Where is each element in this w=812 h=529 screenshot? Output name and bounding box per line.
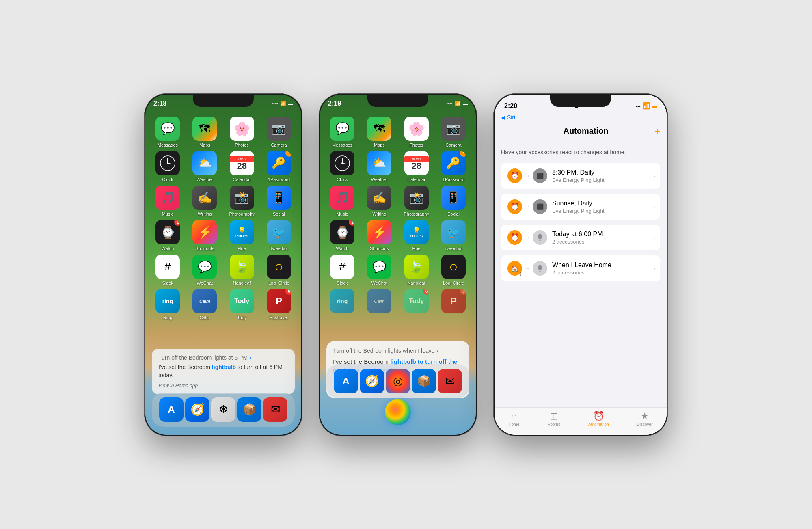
hue2-icon[interactable]: 💡 PHILIPS bbox=[404, 220, 429, 244]
app-nanoleaf[interactable]: 🍃 Nanoleaf bbox=[226, 255, 258, 286]
app-camera[interactable]: 📷 Camera bbox=[263, 117, 295, 148]
watch-icon[interactable]: ⌚ 1 bbox=[155, 220, 180, 244]
camera2-icon[interactable]: 📷 bbox=[441, 117, 466, 141]
app2-photos[interactable]: 🌸 Photos bbox=[401, 117, 432, 148]
siri-view-btn-1[interactable]: View in Home app bbox=[158, 383, 288, 389]
back-siri-btn[interactable]: ◀ Siri bbox=[501, 114, 660, 121]
carrot-dock-icon[interactable]: ❄ bbox=[211, 397, 235, 422]
maps-icon[interactable]: 🗺 bbox=[192, 117, 217, 141]
appstore2-dock-icon[interactable]: A bbox=[334, 369, 358, 393]
logicircle-icon[interactable]: ○ bbox=[267, 255, 291, 279]
tab-home[interactable]: ⌂ Home bbox=[509, 411, 520, 427]
app-logicircle[interactable]: ○ Logi Circle bbox=[263, 255, 295, 286]
writing-icon[interactable]: ✍ bbox=[192, 186, 217, 210]
app-calendar[interactable]: WED 28 Calendar bbox=[226, 151, 258, 182]
shortcuts2-icon[interactable]: ⚡ bbox=[367, 220, 391, 244]
automation-item-4[interactable]: 🏠 🚶 → When I Leave Home 2 accessories › bbox=[501, 255, 660, 281]
siri2-icon[interactable]: ◎ bbox=[386, 369, 410, 393]
automation-item-3[interactable]: ⏰ → Today at 6:00 PM 2 accessories › bbox=[501, 225, 660, 250]
app-writing[interactable]: ✍ Writing bbox=[189, 186, 220, 217]
app-hue[interactable]: 💡 PHILIPS Hue bbox=[226, 220, 258, 251]
ring-icon[interactable]: ring bbox=[155, 289, 180, 313]
safari2-dock-icon[interactable]: 🧭 bbox=[360, 369, 384, 393]
siri-suggestion-2[interactable]: Turn off the Bedroom lights when I leave… bbox=[333, 348, 463, 354]
automation-item-2[interactable]: ⏰ → ⬛ Sunrise, Daily Eve Energy Ping Lig… bbox=[501, 194, 660, 220]
dock-carrot[interactable]: ❄ bbox=[210, 397, 236, 422]
app2-ring[interactable]: ring bbox=[326, 289, 358, 313]
photos2-icon[interactable]: 🌸 bbox=[404, 117, 429, 141]
maps2-icon[interactable]: 🗺 bbox=[367, 117, 391, 141]
app-calm[interactable]: Calm Calm bbox=[189, 289, 220, 320]
app2-writing[interactable]: ✍ Writing bbox=[363, 186, 395, 217]
tab-automation[interactable]: ⏰ Automation bbox=[588, 411, 609, 427]
1password-icon[interactable]: 🔑 • bbox=[267, 151, 291, 175]
calm-icon[interactable]: Calm bbox=[192, 289, 217, 313]
wechat-icon[interactable]: 💬 bbox=[192, 255, 217, 279]
add-automation-btn[interactable]: + bbox=[654, 125, 660, 137]
app2-weather[interactable]: ⛅ Weather bbox=[363, 151, 395, 182]
dock-dropbox[interactable]: 📦 bbox=[236, 397, 262, 422]
dock2-siri[interactable]: ◎ bbox=[385, 369, 411, 393]
app2-shortcuts[interactable]: ⚡ Shortcuts bbox=[363, 220, 395, 251]
app-tweetbot[interactable]: 🐦 Tweetbot bbox=[263, 220, 295, 251]
app-photography[interactable]: 📸 Photography bbox=[226, 186, 258, 217]
tody2-icon[interactable]: Tody 6 bbox=[404, 289, 429, 313]
app-weather[interactable]: ⛅ Weather bbox=[189, 151, 220, 182]
app-wechat[interactable]: 💬 WeChat bbox=[189, 255, 220, 286]
calendar2-icon[interactable]: WED 28 bbox=[404, 151, 429, 175]
watch2-icon[interactable]: ⌚ 1 bbox=[330, 220, 354, 244]
tweetbot-icon[interactable]: 🐦 bbox=[267, 220, 291, 244]
photography-icon[interactable]: 📸 bbox=[230, 186, 254, 210]
writing2-icon[interactable]: ✍ bbox=[367, 186, 391, 210]
app-pushover[interactable]: P 6 Pushover bbox=[263, 289, 295, 320]
app2-messages[interactable]: 💬 Messages bbox=[326, 117, 358, 148]
app-watch[interactable]: ⌚ 1 Watch bbox=[152, 220, 184, 251]
weather2-icon[interactable]: ⛅ bbox=[367, 151, 391, 175]
app2-watch[interactable]: ⌚ 1 Watch bbox=[326, 220, 358, 251]
photos-icon[interactable]: 🌸 bbox=[230, 117, 254, 141]
app2-maps[interactable]: 🗺 Maps bbox=[363, 117, 395, 148]
app2-hue[interactable]: 💡 PHILIPS Hue bbox=[401, 220, 432, 251]
app-slack[interactable]: # Slack bbox=[152, 255, 184, 286]
music2-icon[interactable]: 🎵 bbox=[330, 186, 354, 210]
app-maps[interactable]: 🗺 Maps bbox=[189, 117, 220, 148]
app-music[interactable]: 🎵 Music bbox=[152, 186, 184, 217]
messages2-icon[interactable]: 💬 bbox=[330, 117, 354, 141]
ring2-icon[interactable]: ring bbox=[330, 289, 354, 313]
wechat2-icon[interactable]: 💬 bbox=[367, 255, 391, 279]
camera-icon[interactable]: 📷 bbox=[267, 117, 291, 141]
messages-icon[interactable]: 💬 bbox=[155, 117, 180, 141]
app2-tody[interactable]: Tody 6 bbox=[401, 289, 432, 313]
dock-appstore[interactable]: A bbox=[158, 397, 184, 422]
app2-music[interactable]: 🎵 Music bbox=[326, 186, 358, 217]
app2-tweetbot[interactable]: 🐦 Tweetbot bbox=[438, 220, 469, 251]
automation-item-1[interactable]: ⏰ → ⬛ 8:30 PM, Daily Eve Energy Ping Lig… bbox=[501, 163, 660, 189]
nanoleaf-icon[interactable]: 🍃 bbox=[230, 255, 254, 279]
app2-calendar[interactable]: WED 28 Calendar bbox=[401, 151, 432, 182]
dropbox2-dock-icon[interactable]: 📦 bbox=[412, 369, 436, 393]
tab-rooms[interactable]: ◫ Rooms bbox=[547, 411, 560, 427]
tody-icon[interactable]: Tody bbox=[230, 289, 254, 313]
safari-dock-icon[interactable]: 🧭 bbox=[185, 397, 209, 422]
slack-icon[interactable]: # bbox=[155, 255, 180, 279]
app-shortcuts[interactable]: ⚡ Shortcuts bbox=[189, 220, 220, 251]
app2-social[interactable]: 📱 Social bbox=[438, 186, 469, 217]
app2-slack[interactable]: # Slack bbox=[326, 255, 358, 286]
pushover-icon[interactable]: P 6 bbox=[267, 289, 291, 313]
calm2-icon[interactable]: Calm bbox=[367, 289, 391, 313]
music-icon[interactable]: 🎵 bbox=[155, 186, 180, 210]
app2-pushover[interactable]: P 6 bbox=[438, 289, 469, 313]
photography2-icon[interactable]: 📸 bbox=[404, 186, 429, 210]
app2-photography[interactable]: 📸 Photography bbox=[401, 186, 432, 217]
social-icon[interactable]: 📱 bbox=[267, 186, 291, 210]
app-social[interactable]: 📱 Social bbox=[263, 186, 295, 217]
dock-safari[interactable]: 🧭 bbox=[184, 397, 210, 422]
app2-wechat[interactable]: 💬 WeChat bbox=[363, 255, 395, 286]
siri-ball[interactable] bbox=[385, 399, 411, 425]
app-tody[interactable]: Tody Tody bbox=[226, 289, 258, 320]
siri-suggestion-link-1[interactable]: Turn off the Bedroom lights at 6 PM › bbox=[158, 354, 288, 361]
app2-calm[interactable]: Calm bbox=[363, 289, 395, 313]
slack2-icon[interactable]: # bbox=[330, 255, 354, 279]
tab-discover[interactable]: ★ Discover bbox=[637, 411, 653, 427]
clock-icon[interactable] bbox=[155, 151, 180, 175]
